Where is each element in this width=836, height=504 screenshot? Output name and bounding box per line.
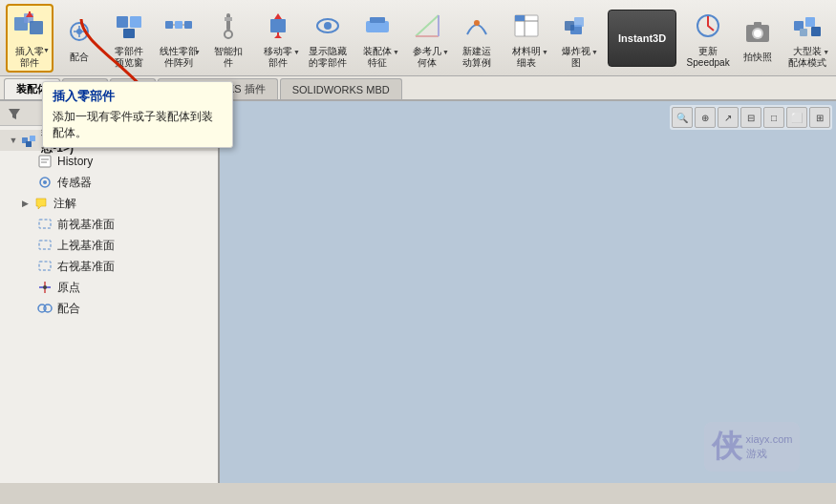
viewport-btn-search[interactable]: 🔍 (672, 107, 693, 128)
tree-mates-label: 配合 (57, 301, 80, 317)
right-plane-icon (36, 258, 54, 275)
viewport-btn-3[interactable]: ↗ (718, 107, 739, 128)
watermark: 侠 xiayx.com 游戏 (675, 418, 828, 475)
tree-history-label: History (57, 155, 93, 168)
svg-point-54 (43, 180, 47, 184)
toolbar-instant3d[interactable]: Instant3D (608, 10, 676, 67)
toolbar-linear-pattern[interactable]: 线性零部 件阵列 ▼ (155, 4, 203, 73)
watermark-site: xiayx.com (746, 432, 793, 447)
tree-right-plane[interactable]: 右视基准面 (0, 256, 218, 277)
main-toolbar: 插入零 部件 ▼ 配合 零部件 预览窗 (0, 0, 836, 76)
tree-top-plane[interactable]: 上视基准面 (0, 235, 218, 256)
toolbar-move-component[interactable]: 移动零 部件 ▼ (254, 4, 302, 73)
tree-annotations-label: 注解 (54, 196, 76, 212)
toolbar-speedpak[interactable]: 更新 Speedpak (684, 4, 732, 73)
explode-view-dropdown: ▼ (591, 49, 598, 55)
svg-point-60 (43, 285, 47, 289)
explode-view-icon (558, 8, 594, 44)
svg-rect-11 (175, 21, 182, 29)
toolbar-smart-fastener[interactable]: 智能扣 件 (204, 4, 252, 73)
filter-icon[interactable] (6, 105, 23, 122)
front-plane-expand (23, 219, 34, 230)
viewport-btn-6[interactable]: ⬜ (786, 107, 807, 128)
svg-rect-57 (39, 262, 51, 270)
smart-fastener-label: 智能扣 件 (208, 46, 248, 69)
top-plane-icon (36, 237, 54, 254)
linear-pattern-icon (161, 8, 197, 44)
speedpak-icon (690, 8, 726, 44)
history-icon (36, 153, 54, 170)
large-assembly-icon (789, 8, 825, 44)
svg-line-26 (416, 15, 439, 36)
move-component-icon (260, 8, 296, 44)
svg-rect-15 (226, 13, 230, 31)
svg-rect-45 (800, 29, 807, 36)
mates-icon (36, 300, 54, 317)
svg-rect-43 (805, 17, 815, 27)
toolbar-reference-geometry[interactable]: 参考几 何体 ▼ (403, 4, 451, 73)
viewport-btn-zoom[interactable]: ⊕ (695, 107, 716, 128)
move-component-label: 移动零 部件 (258, 46, 298, 69)
tree-front-plane[interactable]: 前视基准面 (0, 214, 218, 235)
top-plane-expand (23, 240, 34, 251)
sensor-icon (36, 174, 54, 191)
viewport-btn-4[interactable]: ⊟ (740, 107, 761, 128)
reference-geometry-icon (409, 8, 445, 44)
watermark-inner: 侠 xiayx.com 游戏 (704, 422, 801, 472)
watermark-char: 侠 (712, 426, 742, 468)
viewport[interactable]: 🔍 ⊕ ↗ ⊟ □ ⬜ ⊞ 侠 xiayx.com 游戏 (220, 101, 836, 483)
tree-mates[interactable]: 配合 (0, 298, 218, 319)
instant3d-label: Instant3D (618, 32, 666, 44)
toolbar-explode-view[interactable]: 爆炸视 图 ▼ (552, 4, 600, 73)
svg-rect-56 (39, 241, 51, 249)
linear-pattern-dropdown: ▼ (194, 49, 201, 55)
toolbar-assemble-feature[interactable]: 装配体 特征 ▼ (354, 4, 401, 73)
toolbar-insert-part[interactable]: 插入零 部件 ▼ (6, 4, 54, 73)
tooltip-popup: 插入零部件 添加一现有零件或子装配体到装配体。 (42, 81, 233, 148)
svg-rect-49 (26, 141, 32, 147)
tree-top-plane-label: 上视基准面 (57, 238, 115, 254)
viewport-btn-5[interactable]: □ (763, 107, 784, 128)
toolbar-show-hide[interactable]: 显示隐藏 的零部件 (304, 4, 352, 73)
svg-rect-25 (370, 17, 385, 23)
watermark-text: xiayx.com 游戏 (746, 432, 793, 462)
assemble-feature-label: 装配体 特征 (357, 46, 397, 69)
toolbar-sub-assembly[interactable]: 零部件 预览窗 (105, 4, 153, 73)
svg-point-17 (225, 31, 232, 38)
svg-point-62 (44, 304, 52, 312)
svg-rect-50 (39, 156, 51, 167)
front-plane-icon (36, 216, 54, 233)
snapshot-icon (740, 13, 776, 50)
show-hide-icon (310, 8, 346, 44)
annotation-icon (32, 195, 50, 212)
tree-sensors[interactable]: 传感器 (0, 172, 218, 193)
tree-annotations[interactable]: ▶ 注解 (0, 193, 218, 214)
reference-geometry-dropdown: ▼ (442, 49, 449, 55)
mates-expand (23, 303, 34, 314)
svg-marker-16 (225, 17, 232, 21)
svg-point-6 (76, 29, 82, 34)
large-assembly-dropdown: ▼ (823, 49, 829, 55)
tree-origin[interactable]: 原点 (0, 277, 218, 298)
svg-rect-48 (30, 136, 35, 141)
annotations-expand: ▶ (19, 198, 31, 209)
svg-marker-21 (274, 34, 282, 38)
sensors-expand (23, 177, 34, 188)
svg-point-40 (754, 30, 761, 37)
insert-part-dropdown: ▼ (43, 47, 50, 53)
tab-sw-mbd[interactable]: SOLIDWORKS MBD (280, 78, 402, 99)
toolbar-fit[interactable]: 配合 (55, 4, 103, 73)
watermark-subtitle: 游戏 (746, 447, 793, 461)
toolbar-bom[interactable]: 材料明 细表 ▼ (503, 4, 550, 73)
svg-rect-41 (754, 22, 761, 27)
viewport-btn-7[interactable]: ⊞ (809, 107, 830, 128)
origin-expand (23, 282, 34, 293)
toolbar-large-assembly[interactable]: 大型装 配体模式 ▼ (783, 4, 831, 73)
tree-area: ▼ 装配体1 (默认<默认_显示状态-1>) (0, 126, 218, 483)
toolbar-snapshot[interactable]: 拍快照 (734, 4, 782, 73)
speedpak-label: 更新 Speedpak (687, 46, 730, 69)
toolbar-new-motion[interactable]: 新建运 动算例 (453, 4, 501, 73)
insert-part-icon-area (11, 8, 48, 44)
linear-pattern-label: 线性零部 件阵列 (159, 46, 199, 69)
explode-view-label: 爆炸视 图 (556, 46, 596, 69)
